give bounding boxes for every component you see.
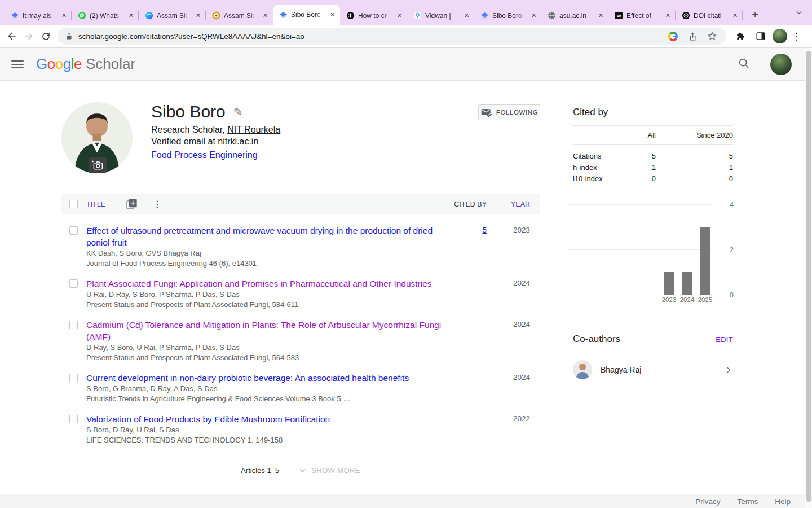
envelope-check-icon — [480, 107, 492, 118]
bookmark-star-icon[interactable] — [705, 31, 720, 41]
browser-tab-8[interactable]: Sibo Boro × — [474, 6, 541, 25]
browser-tab-7[interactable]: Vidwan | × — [407, 6, 474, 25]
tab-title: Effect of — [626, 12, 660, 20]
scholar-account-avatar[interactable] — [770, 54, 792, 75]
browser-menu-icon[interactable]: ⋮ — [791, 30, 802, 42]
forward-icon[interactable] — [20, 28, 37, 45]
tab-title: Sibo Boro — [492, 12, 526, 20]
side-panel-icon[interactable] — [752, 28, 769, 45]
metric-label[interactable]: Citations — [573, 151, 629, 162]
cited-by-count-link[interactable] — [446, 413, 487, 445]
browser-tab-11[interactable]: DOI citati × — [676, 6, 743, 25]
search-icon[interactable] — [738, 57, 750, 72]
bar-2025[interactable] — [700, 227, 710, 295]
browser-tab-1[interactable]: It may als × — [5, 6, 72, 25]
affiliation-link[interactable]: NIT Rourkela — [227, 125, 280, 134]
metric-label[interactable]: i10-index — [573, 173, 629, 185]
co-author-row[interactable]: Bhagya Raj — [573, 360, 733, 379]
article-checkbox[interactable] — [69, 279, 78, 288]
browser-tab-10[interactable]: W Effect of × — [608, 6, 676, 25]
tab-close-icon[interactable]: × — [395, 11, 404, 20]
edit-profile-pencil-icon[interactable]: ✎ — [233, 105, 243, 119]
co-author-name[interactable]: Bhagya Raj — [601, 365, 723, 374]
col-header-since: Since 2020 — [656, 131, 733, 139]
verified-email: Verified email at nitrkl.ac.in — [151, 137, 258, 147]
browser-tab-6[interactable]: How to cr × — [340, 6, 407, 25]
article-year: 2022 — [497, 413, 540, 445]
menu-hamburger-icon[interactable] — [11, 60, 24, 68]
reload-icon[interactable] — [37, 28, 54, 45]
interest-link[interactable]: Food Process Enginnering — [151, 150, 258, 160]
footer-help-link[interactable]: Help — [775, 497, 791, 506]
tab-close-icon[interactable]: × — [328, 11, 337, 19]
footer-privacy-link[interactable]: Privacy — [695, 497, 720, 506]
cited-by-header: CITED BY — [446, 200, 487, 208]
footer-terms-link[interactable]: Terms — [737, 497, 758, 506]
table-more-options-icon[interactable] — [152, 199, 162, 209]
metric-since-value: 1 — [656, 162, 733, 173]
article-title-link[interactable]: Cadmium (Cd) Tolerance and Mitigation in… — [86, 319, 446, 343]
url-text[interactable]: scholar.google.com/citations?user=sQRWLe… — [78, 32, 660, 41]
article-title-link[interactable]: Plant Associated Fungi: Application and … — [86, 278, 446, 290]
tab-close-icon[interactable]: × — [194, 11, 202, 20]
tab-close-icon[interactable]: × — [462, 11, 471, 20]
browser-tab-active[interactable]: Sibo Boro × — [273, 5, 340, 25]
browser-tab-2[interactable]: (2) Whats × — [72, 6, 139, 25]
tab-close-icon[interactable]: × — [60, 11, 68, 20]
cited-by-count-link[interactable]: 5 — [446, 225, 487, 268]
back-icon[interactable] — [3, 28, 20, 45]
address-bar[interactable]: scholar.google.com/citations?user=sQRWLe… — [58, 28, 726, 45]
tab-close-icon[interactable]: × — [529, 11, 538, 20]
cited-by-count-link[interactable] — [446, 278, 487, 309]
cited-by-count-link[interactable] — [446, 372, 487, 404]
share-icon[interactable] — [685, 32, 700, 41]
browser-tab-3[interactable]: Assam Sk × — [139, 6, 206, 25]
cited-by-panel: Cited by All Since 2020 Citations 5 5 h-… — [573, 107, 733, 185]
scholar-favicon-icon — [480, 11, 489, 20]
university-favicon-icon — [211, 11, 220, 20]
google-scholar-logo[interactable]: Google Scholar — [36, 55, 135, 73]
tab-close-icon[interactable]: × — [597, 11, 605, 20]
article-checkbox[interactable] — [69, 415, 78, 423]
article-checkbox[interactable] — [69, 321, 78, 329]
change-photo-camera-icon[interactable] — [89, 157, 107, 173]
lock-icon[interactable] — [64, 33, 73, 40]
article-title-link[interactable]: Valorization of Food Products by Edible … — [86, 413, 446, 425]
select-all-checkbox[interactable] — [69, 200, 78, 208]
tab-close-icon[interactable]: × — [127, 11, 135, 20]
article-checkbox[interactable] — [69, 226, 78, 235]
scrollbar-thumb[interactable] — [806, 51, 811, 502]
page-scrollbar[interactable] — [805, 48, 812, 508]
tab-title: asu.ac.in — [559, 12, 593, 20]
browser-profile-avatar[interactable] — [773, 29, 787, 43]
browser-tab-9[interactable]: asu.ac.in × — [541, 6, 608, 25]
profile-affiliation: Research Scholar, — [151, 125, 227, 134]
browser-tab-4[interactable]: Assam Sk × — [206, 6, 273, 25]
chevron-right-icon[interactable] — [723, 365, 733, 375]
tab-search-chevron-icon[interactable] — [795, 8, 803, 19]
show-more-button[interactable]: SHOW MORE — [298, 466, 360, 475]
tab-title: Vidwan | — [425, 12, 459, 20]
cited-by-count-link[interactable] — [446, 319, 487, 362]
sort-by-title[interactable]: TITLE — [86, 200, 105, 208]
bar-2023[interactable] — [664, 272, 674, 295]
swirl-favicon-icon — [144, 11, 153, 20]
edit-co-authors-link[interactable]: EDIT — [716, 335, 733, 344]
article-title-link[interactable]: Effect of ultrasound pretreatment and mi… — [86, 225, 446, 248]
tab-close-icon[interactable]: × — [261, 11, 270, 20]
new-tab-button[interactable]: + — [747, 7, 763, 23]
article-checkbox[interactable] — [69, 374, 78, 382]
add-articles-icon[interactable] — [126, 198, 138, 210]
following-button[interactable]: FOLLOWING — [478, 104, 540, 120]
article-title-link[interactable]: Current development in non-dairy probiot… — [86, 372, 446, 384]
article-venue: Journal of Food Process Engineering 46 (… — [86, 259, 446, 269]
tab-close-icon[interactable]: × — [664, 11, 672, 20]
google-g-icon[interactable] — [665, 32, 680, 41]
sort-by-year[interactable]: YEAR — [497, 200, 540, 208]
bar-2024[interactable] — [682, 272, 692, 295]
extensions-puzzle-icon[interactable] — [732, 28, 749, 45]
cited-by-title[interactable]: Cited by — [573, 107, 733, 118]
google-logo-letter: o — [47, 55, 55, 72]
tab-close-icon[interactable]: × — [731, 11, 739, 20]
metric-label[interactable]: h-index — [573, 162, 629, 173]
